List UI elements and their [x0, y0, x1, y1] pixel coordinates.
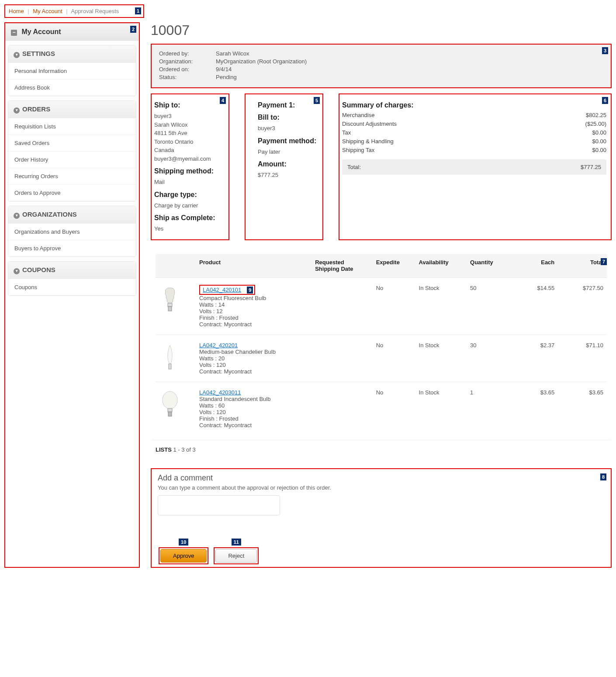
svg-point-3: [163, 391, 177, 409]
collapse-icon: −: [11, 30, 17, 36]
sidebar-item[interactable]: Requisition Lists: [8, 118, 136, 135]
ship-address-line: Canada: [154, 146, 224, 155]
sidebar-group-head[interactable]: ▾ORGANIZATIONS: [8, 206, 136, 223]
product-attr: Volts : 120: [199, 362, 308, 368]
summary-value: $802.25: [586, 112, 606, 118]
breadcrumb-annotation: 1 Home | My Account | Approval Requests: [4, 4, 144, 18]
callout-8: 8: [600, 473, 606, 480]
product-attr: Finish : Frosted: [199, 415, 308, 422]
col-each: Each: [509, 254, 558, 278]
product-attr: Volts : 12: [199, 308, 308, 314]
sidebar-item[interactable]: Saved Orders: [8, 135, 136, 151]
product-image: [159, 342, 181, 373]
summary-label: Discount Adjustments: [342, 121, 397, 127]
summary-label: Shipping & Handling: [342, 138, 394, 145]
summary-value: $0.00: [592, 138, 606, 145]
sidebar-group: ▾ORGANIZATIONSOrganizations and BuyersBu…: [8, 206, 136, 257]
sidebar-group-head[interactable]: ▾ORDERS: [8, 101, 136, 118]
summary-label: Tax: [342, 129, 351, 136]
sidebar-item[interactable]: Personal Information: [8, 62, 136, 79]
col-qty: Quantity: [467, 254, 509, 278]
ship-address-line: Toronto Ontario: [154, 138, 224, 146]
payment-panel: 5 Payment 1: Bill to: buyer3 Payment met…: [245, 93, 323, 240]
org-value: MyOrganization (Root Organization): [216, 58, 307, 65]
cell-avail: In Stock: [415, 335, 467, 382]
col-expedite: Expedite: [373, 254, 415, 278]
breadcrumb-home[interactable]: Home: [9, 8, 24, 14]
svg-rect-1: [168, 307, 172, 311]
order-meta: Ordered by:Sarah Wilcox Organization:MyO…: [152, 45, 611, 87]
sidebar-item[interactable]: Buyers to Approve: [8, 240, 136, 256]
cell-avail: In Stock: [415, 277, 467, 335]
col-product: Product: [196, 254, 311, 278]
ship-address-line: Sarah Wilcox: [154, 121, 224, 129]
cell-expedite: No: [373, 277, 415, 335]
sidebar-item[interactable]: Order History: [8, 151, 136, 168]
order-meta-annotation: 3 Ordered by:Sarah Wilcox Organization:M…: [151, 44, 612, 88]
ordered-on-label: Ordered on:: [159, 66, 216, 73]
org-label: Organization:: [159, 58, 216, 65]
callout-2: 2: [130, 26, 136, 33]
bill-to-title: Bill to:: [258, 114, 318, 121]
sidebar-item[interactable]: Recurring Orders: [8, 168, 136, 184]
chevron-down-icon: ▾: [14, 52, 20, 58]
breadcrumb: Home | My Account | Approval Requests: [5, 5, 143, 17]
sidebar-item[interactable]: Organizations and Buyers: [8, 223, 136, 240]
cell-expedite: No: [373, 382, 415, 435]
product-attr: Volts : 120: [199, 409, 308, 415]
summary-row: Discount Adjustments($25.00): [342, 121, 606, 127]
lists-range-text: 1 - 3 of 3: [173, 446, 195, 453]
sidebar-annotation: 2 − My Account ▾SETTINGSPersonal Informa…: [4, 22, 140, 568]
comment-textarea[interactable]: [158, 495, 280, 515]
shipping-method: Mail: [154, 178, 224, 187]
ship-panel: 4 Ship to: buyer3Sarah Wilcox4811 5th Av…: [151, 93, 229, 240]
col-total: Total: [558, 254, 607, 278]
items-annotation: 7 Product Requested Shipping Date Expedi…: [151, 253, 612, 459]
product-attr: Watts : 20: [199, 355, 308, 362]
cell-qty: 30: [467, 335, 509, 382]
cell-expedite: No: [373, 335, 415, 382]
cell-reqdate: [311, 382, 373, 435]
approve-button[interactable]: Approve: [160, 549, 207, 563]
product-sku-link[interactable]: LA042_420101: [203, 287, 241, 293]
sidebar-item[interactable]: Address Book: [8, 79, 136, 96]
payment-title: Payment 1:: [258, 101, 318, 109]
sidebar-group-head[interactable]: ▾COUPONS: [8, 262, 136, 279]
order-number: 10007: [151, 22, 612, 38]
summary-label: Merchandise: [342, 112, 374, 118]
sidebar-group-head[interactable]: ▾SETTINGS: [8, 45, 136, 62]
comment-hint: You can type a comment about the approva…: [158, 484, 605, 491]
reject-button[interactable]: Reject: [215, 549, 257, 563]
summary-label: Shipping Tax: [342, 147, 374, 153]
sidebar-title-text: My Account: [21, 28, 61, 35]
bill-to: buyer3: [258, 124, 318, 133]
sidebar-item[interactable]: Coupons: [8, 279, 136, 295]
product-sku-link[interactable]: LA042_4203011: [199, 389, 241, 396]
cell-qty: 1: [467, 382, 509, 435]
product-attr: Watts : 14: [199, 301, 308, 308]
product-name: Standard Incandescent Bulb: [199, 396, 308, 402]
charge-type: Charge by carrier: [154, 201, 224, 210]
table-row: 9LA042_420101Compact Fluorescent BulbWat…: [156, 277, 607, 335]
breadcrumb-sep: |: [28, 8, 29, 14]
breadcrumb-account[interactable]: My Account: [33, 8, 62, 14]
status-value: Pending: [216, 74, 237, 80]
summary-row: Tax$0.00: [342, 129, 606, 136]
callout-10: 10: [179, 539, 188, 546]
summary-title: Summary of charges:: [342, 101, 606, 109]
sidebar-item[interactable]: Orders to Approve: [8, 184, 136, 201]
summary-row: Merchandise$802.25: [342, 112, 606, 118]
cell-reqdate: [311, 335, 373, 382]
cell-each: $3.65: [509, 382, 558, 435]
product-name: Medium-base Chandelier Bulb: [199, 349, 308, 355]
product-attr: Contract: Mycontract: [199, 321, 308, 328]
callout-6: 6: [602, 97, 608, 104]
comment-actions: 10 Approve 11 Reject: [158, 539, 605, 564]
sidebar-title[interactable]: − My Account: [5, 23, 139, 41]
product-name: Compact Fluorescent Bulb: [199, 295, 308, 301]
callout-5: 5: [314, 97, 320, 104]
col-avail: Availability: [415, 254, 467, 278]
table-row: LA042_4203011Standard Incandescent BulbW…: [156, 382, 607, 435]
svg-rect-2: [169, 364, 171, 369]
product-sku-link[interactable]: LA042_420201: [199, 342, 238, 349]
